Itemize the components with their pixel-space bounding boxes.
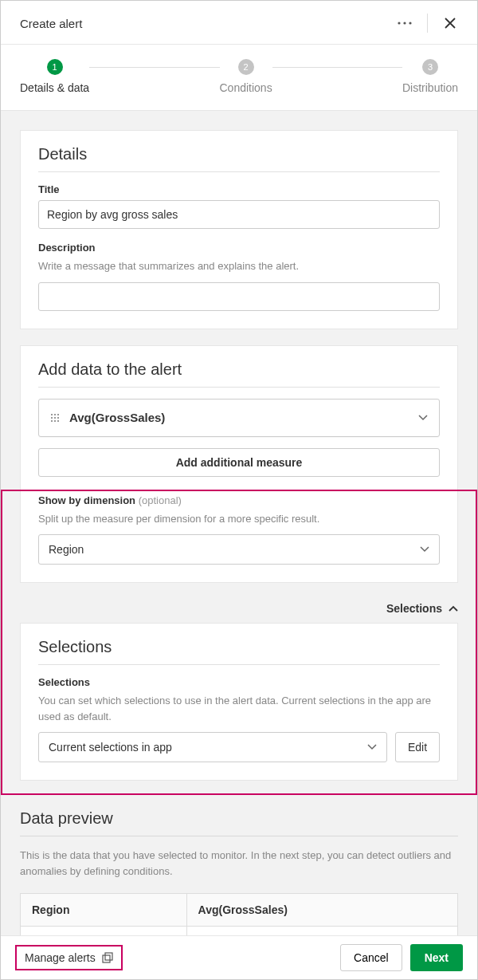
add-measure-button[interactable]: Add additional measure (38, 448, 440, 477)
svg-point-4 (54, 414, 56, 415)
table-row: Germany 407.41801 (21, 927, 458, 936)
chevron-down-icon (418, 415, 428, 421)
svg-point-0 (398, 22, 400, 24)
cell-region: Germany (21, 927, 187, 936)
next-button[interactable]: Next (410, 944, 463, 971)
description-input[interactable] (38, 282, 440, 311)
details-card: Details Title Description Write a messag… (20, 130, 458, 329)
dialog-header: Create alert (1, 1, 477, 45)
table-header-row: Region Avg(GrossSales) (21, 894, 458, 927)
step-number: 3 (422, 59, 438, 75)
step-number: 1 (47, 59, 63, 75)
manage-alerts-link[interactable]: Manage alerts (15, 945, 123, 970)
step-label: Details & data (20, 81, 89, 94)
dimension-value: Region (49, 543, 413, 556)
selections-value: Current selections in app (49, 741, 361, 754)
dialog-body-wrap: Details Title Description Write a messag… (1, 111, 477, 935)
close-button[interactable] (436, 10, 464, 36)
dimension-select[interactable]: Region (38, 534, 440, 565)
dimension-help: Split up the measure per dimension for a… (38, 511, 440, 527)
step-number: 2 (238, 59, 254, 75)
chevron-down-icon (420, 546, 429, 553)
title-input[interactable] (38, 200, 440, 229)
step-conditions[interactable]: 2 Conditions (220, 59, 272, 94)
preview-table: Region Avg(GrossSales) Germany 407.41801 (20, 893, 458, 935)
create-alert-dialog: Create alert 1 Details & data 2 Conditio… (0, 0, 478, 980)
selections-heading: Selections (38, 638, 440, 665)
title-label: Title (38, 183, 440, 195)
data-preview-section: Data preview This is the data that you h… (20, 806, 458, 935)
svg-point-5 (57, 414, 59, 415)
header-separator (427, 14, 428, 33)
edit-selections-button[interactable]: Edit (395, 732, 440, 762)
svg-point-7 (54, 417, 56, 419)
dialog-body[interactable]: Details Title Description Write a messag… (1, 111, 477, 935)
step-distribution[interactable]: 3 Distribution (402, 59, 458, 94)
close-icon (445, 18, 456, 29)
measure-selector[interactable]: Avg(GrossSales) (38, 399, 440, 437)
svg-rect-13 (105, 953, 112, 960)
more-menu-button[interactable] (390, 10, 419, 36)
description-help: Write a message that summarizes and expl… (38, 258, 440, 274)
selections-label: Selections (38, 676, 440, 688)
step-label: Distribution (402, 81, 458, 94)
add-data-heading: Add data to the alert (38, 360, 440, 388)
dimension-section: Show by dimension (optional) Split up th… (20, 491, 458, 584)
details-heading: Details (38, 145, 440, 172)
svg-point-3 (51, 414, 53, 415)
dimension-label: Show by dimension (optional) (38, 494, 440, 506)
step-details[interactable]: 1 Details & data (20, 59, 89, 94)
open-external-icon (102, 952, 113, 963)
svg-point-11 (57, 420, 59, 422)
manage-alerts-label: Manage alerts (25, 951, 96, 964)
cancel-button[interactable]: Cancel (340, 944, 402, 971)
dialog-title: Create alert (20, 17, 384, 30)
chevron-up-icon (449, 605, 458, 612)
svg-point-2 (409, 22, 411, 24)
step-label: Conditions (220, 81, 272, 94)
svg-point-8 (57, 417, 59, 419)
data-preview-help: This is the data that you have selected … (20, 848, 458, 879)
measure-name: Avg(GrossSales) (69, 411, 409, 424)
dialog-footer: Manage alerts Cancel Next (1, 935, 477, 979)
dimension-label-text: Show by dimension (38, 494, 135, 506)
drag-handle-icon (50, 413, 60, 423)
selections-help: You can set which selections to use in t… (38, 693, 440, 724)
svg-point-10 (54, 420, 56, 422)
svg-point-1 (403, 22, 406, 24)
step-connector (89, 67, 219, 68)
selections-toggle-label: Selections (386, 602, 442, 615)
selections-select[interactable]: Current selections in app (38, 732, 387, 762)
selections-card: Selections Selections You can set which … (20, 623, 458, 781)
chevron-down-icon (367, 744, 377, 750)
svg-point-9 (51, 420, 53, 422)
highlight-region: Show by dimension (optional) Split up th… (1, 490, 477, 796)
dots-icon (398, 22, 412, 25)
wizard-stepper: 1 Details & data 2 Conditions 3 Distribu… (1, 45, 477, 111)
cell-value: 407.41801 (186, 927, 457, 936)
add-data-card: Add data to the alert Avg(GrossSales) Ad… (20, 345, 458, 491)
dimension-optional: (optional) (139, 494, 182, 506)
table-col-measure: Avg(GrossSales) (186, 894, 457, 927)
svg-rect-12 (103, 955, 110, 962)
step-connector (272, 67, 402, 68)
data-preview-heading: Data preview (20, 806, 458, 836)
selections-toggle[interactable]: Selections (2, 594, 476, 623)
description-label: Description (38, 242, 440, 254)
table-col-region: Region (21, 894, 187, 927)
svg-point-6 (51, 417, 53, 419)
